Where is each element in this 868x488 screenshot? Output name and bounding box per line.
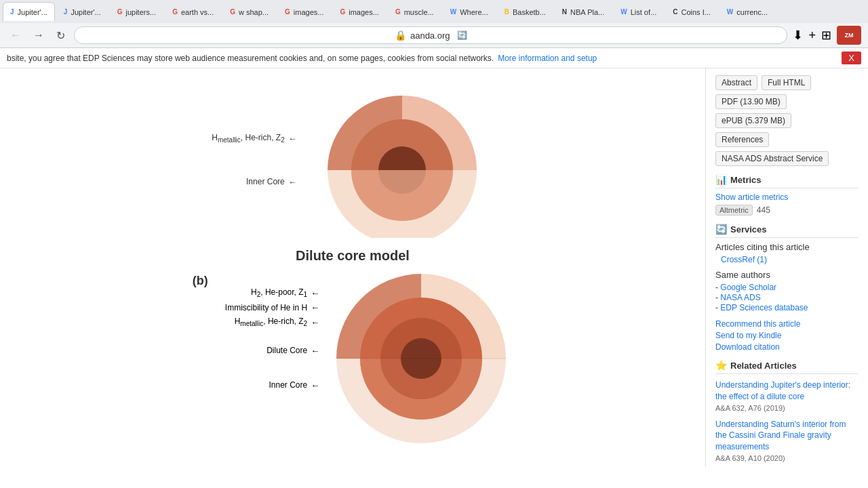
related-article-1: Understanding Saturn's interior from the… bbox=[715, 419, 859, 462]
tab-label: w shap... bbox=[239, 8, 269, 16]
pdf-buttons-group: PDF (13.90 MB) ePUB (5.379 MB) Reference… bbox=[715, 94, 859, 166]
bottom-diagram-svg bbox=[330, 267, 513, 464]
tab-label: Basketb... bbox=[513, 8, 546, 16]
section-title: Dilute core model bbox=[20, 248, 685, 264]
url-text: aanda.org bbox=[410, 30, 450, 41]
label-inner-core-top: Inner Core ← bbox=[246, 177, 297, 187]
cookie-banner: bsite, you agree that EDP Sciences may s… bbox=[0, 48, 868, 68]
tab-6[interactable]: G images... bbox=[332, 2, 386, 21]
references-button[interactable]: References bbox=[715, 132, 769, 147]
page-container: Hmetallic, He-rich, Z2 ← Inner Core ← bbox=[0, 68, 868, 467]
metrics-group: 📊 Metrics Show article metrics Altmetric… bbox=[715, 174, 859, 216]
tab-7[interactable]: G muscle... bbox=[388, 2, 441, 21]
same-authors-title: Same authors bbox=[715, 270, 859, 280]
tab-4[interactable]: G w shap... bbox=[222, 2, 276, 21]
main-content: Hmetallic, He-rich, Z2 ← Inner Core ← bbox=[0, 68, 705, 467]
tab-13[interactable]: W currenc... bbox=[719, 2, 775, 21]
altmetric-score: 445 bbox=[757, 205, 770, 215]
tab-label: currenc... bbox=[736, 8, 768, 16]
tab-3[interactable]: G earth vs... bbox=[165, 2, 221, 21]
articles-citing-title: Articles citing this article bbox=[715, 242, 859, 252]
abstract-button[interactable]: Abstract bbox=[715, 75, 757, 90]
bottom-labels: H2, He-poor, Z1 ← Immiscibility of He in… bbox=[225, 267, 319, 390]
download-button[interactable]: ⬇ bbox=[793, 28, 803, 43]
article-buttons-group: Abstract Full HTML bbox=[715, 75, 859, 90]
related-article-meta-0: A&A 632, A76 (2019) bbox=[715, 404, 859, 412]
label-immiscibility: Immiscibility of He in H ← bbox=[225, 302, 319, 312]
tab-label: Where... bbox=[460, 8, 488, 16]
tab-active[interactable]: J Jupiter'... bbox=[3, 2, 55, 21]
related-article-link-1[interactable]: Understanding Saturn's interior from the… bbox=[715, 420, 846, 452]
tabs-bar: J Jupiter'... J Jupiter'... G jupiters..… bbox=[0, 0, 868, 23]
menu-button[interactable]: ⊞ bbox=[821, 28, 831, 43]
address-bar[interactable]: 🔒 aanda.org 🔄 bbox=[74, 26, 787, 44]
altmetric-row: Altmetric 445 bbox=[715, 205, 859, 216]
label-dilute-core: Dilute Core ← bbox=[267, 346, 319, 356]
back-button[interactable]: ← bbox=[7, 28, 24, 43]
services-title: 🔄 Services bbox=[715, 224, 859, 238]
recommend-link[interactable]: Recommend this article bbox=[715, 319, 859, 329]
top-labels: Hmetallic, He-rich, Z2 ← Inner Core ← bbox=[212, 133, 296, 186]
browser-toolbar: ← → ↻ 🔒 aanda.org 🔄 ⬇ + ⊞ ZM bbox=[0, 23, 868, 47]
profile-avatar: ZM bbox=[837, 26, 861, 45]
nasa-ads-button[interactable]: NASA ADS Abstract Service bbox=[715, 151, 829, 166]
related-icon: ⭐ bbox=[715, 360, 727, 371]
tab-label: muscle... bbox=[404, 8, 434, 16]
tab-label: Jupiter'... bbox=[71, 8, 100, 16]
tab-11[interactable]: W List of... bbox=[613, 2, 664, 21]
tab-1[interactable]: J Jupiter'... bbox=[56, 2, 108, 21]
tab-label: Coins I... bbox=[681, 8, 710, 16]
services-label: Services bbox=[730, 224, 767, 235]
tab-label: List of... bbox=[631, 8, 657, 16]
full-html-button[interactable]: Full HTML bbox=[762, 75, 811, 90]
cookie-text: bsite, you agree that EDP Sciences may s… bbox=[7, 54, 494, 63]
tab-label: jupiters... bbox=[126, 8, 157, 16]
related-articles-title: ⭐ Related Articles bbox=[715, 360, 859, 374]
pdf-button[interactable]: PDF (13.90 MB) bbox=[715, 94, 787, 109]
related-article-0: Understanding Jupiter's deep interior: t… bbox=[715, 380, 859, 412]
label-hmetallic: Hmetallic, He-rich, Z2 ← bbox=[212, 133, 296, 144]
epub-button[interactable]: ePUB (5.379 MB) bbox=[715, 113, 791, 128]
google-scholar-link[interactable]: Google Scholar bbox=[715, 283, 859, 292]
altmetric-badge: Altmetric bbox=[715, 205, 753, 216]
related-article-meta-1: A&A 639, A10 (2020) bbox=[715, 454, 859, 462]
tab-8[interactable]: W Where... bbox=[443, 2, 496, 21]
show-metrics-link[interactable]: Show article metrics bbox=[715, 192, 859, 202]
reload-button[interactable]: ↻ bbox=[53, 28, 68, 43]
related-article-link-0[interactable]: Understanding Jupiter's deep interior: t… bbox=[715, 380, 850, 401]
cookie-more-link[interactable]: More information and setup bbox=[498, 54, 597, 63]
tab-5[interactable]: G images... bbox=[277, 2, 331, 21]
sidebar: Abstract Full HTML PDF (13.90 MB) ePUB (… bbox=[705, 68, 868, 467]
label-h2-hepoor: H2, He-poor, Z1 ← bbox=[251, 287, 319, 298]
tab-label: Jupiter'... bbox=[18, 8, 47, 16]
metrics-label: Metrics bbox=[730, 175, 762, 185]
cookie-close-button[interactable]: X bbox=[842, 52, 861, 64]
label-inner-core-b: Inner Core ← bbox=[269, 380, 319, 390]
nasa-ads-link[interactable]: NASA ADS bbox=[715, 293, 859, 302]
tab-label: images... bbox=[349, 8, 379, 16]
tab-label: earth vs... bbox=[181, 8, 214, 16]
new-tab-button[interactable]: + bbox=[808, 28, 816, 43]
bottom-diagram-area: (b) H2, He-poor, Z1 ← Immiscibility of H… bbox=[20, 267, 685, 464]
tab-10[interactable]: N NBA Pla... bbox=[555, 2, 612, 21]
top-diagram: Hmetallic, He-rich, Z2 ← Inner Core ← bbox=[20, 82, 685, 238]
label-hmetallic-b: Hmetallic, He-rich, Z2 ← bbox=[235, 317, 319, 327]
metrics-icon: 📊 bbox=[715, 174, 727, 185]
metrics-title: 📊 Metrics bbox=[715, 174, 859, 188]
diagram-letter-b: (b) bbox=[193, 267, 208, 288]
edp-sciences-link[interactable]: EDP Sciences database bbox=[715, 303, 859, 312]
citation-link[interactable]: Download citation bbox=[715, 342, 859, 352]
tab-2[interactable]: G jupiters... bbox=[110, 2, 163, 21]
related-articles-group: ⭐ Related Articles Understanding Jupiter… bbox=[715, 360, 859, 467]
tab-label: images... bbox=[294, 8, 324, 16]
tab-label: NBA Pla... bbox=[570, 8, 604, 16]
services-icon: 🔄 bbox=[715, 224, 727, 235]
tab-12[interactable]: C Coins I... bbox=[665, 2, 718, 21]
tab-9[interactable]: B Basketb... bbox=[497, 2, 553, 21]
top-diagram-svg bbox=[311, 82, 494, 238]
kindle-link[interactable]: Send to my Kindle bbox=[715, 331, 859, 340]
forward-button[interactable]: → bbox=[30, 28, 47, 43]
related-articles-label: Related Articles bbox=[730, 361, 797, 371]
crossref-link[interactable]: CrossRef (1) bbox=[715, 255, 859, 264]
services-group: 🔄 Services Articles citing this article … bbox=[715, 224, 859, 352]
